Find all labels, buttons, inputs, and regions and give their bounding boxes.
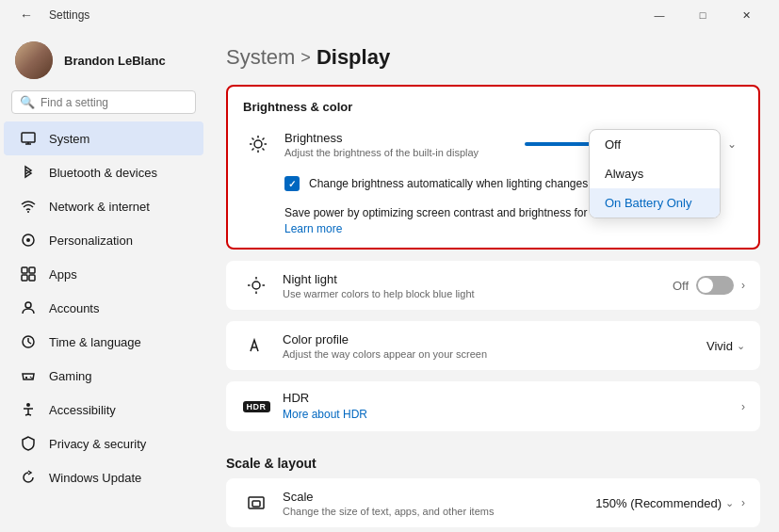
close-button[interactable]: ✕ bbox=[724, 0, 768, 30]
bluetooth-icon bbox=[19, 163, 38, 182]
brightness-chevron[interactable]: ⌄ bbox=[721, 133, 743, 155]
sidebar-item-system[interactable]: System bbox=[4, 121, 203, 155]
scale-value: 150% (Recommended) bbox=[595, 496, 722, 510]
night-light-row: Night light Use warmer colors to help bl… bbox=[226, 261, 760, 310]
search-input[interactable] bbox=[41, 96, 187, 109]
color-profile-select[interactable]: Vivid ⌄ bbox=[706, 339, 745, 353]
sidebar-item-gaming[interactable]: Gaming bbox=[4, 359, 203, 393]
time-icon bbox=[19, 332, 38, 351]
update-icon bbox=[19, 468, 38, 487]
sidebar-item-accessibility[interactable]: Accessibility bbox=[4, 393, 203, 427]
auto-brightness-label: Change brightness automatically when lig… bbox=[309, 177, 588, 190]
hdr-title: HDR bbox=[283, 391, 741, 405]
svg-point-10 bbox=[25, 302, 31, 308]
night-light-desc: Use warmer colors to help block blue lig… bbox=[283, 288, 673, 299]
hdr-arrow[interactable]: › bbox=[741, 400, 745, 413]
network-icon bbox=[19, 197, 38, 216]
svg-rect-7 bbox=[29, 267, 35, 273]
sidebar-item-network-label: Network & internet bbox=[49, 200, 150, 214]
scale-chevron: ⌄ bbox=[725, 497, 734, 509]
dropdown-option-always[interactable]: Always bbox=[590, 159, 720, 188]
page-title: Display bbox=[316, 45, 390, 70]
hdr-icon: HDR bbox=[241, 392, 271, 422]
sidebar-item-update[interactable]: Windows Update bbox=[4, 460, 203, 494]
color-profile-desc: Adjust the way colors appear on your scr… bbox=[283, 348, 706, 360]
svg-point-16 bbox=[30, 377, 32, 379]
hdr-card: HDR HDR More about HDR › bbox=[226, 381, 760, 431]
svg-point-18 bbox=[26, 403, 30, 407]
hdr-badge: HDR bbox=[243, 401, 270, 412]
brightness-row: Brightness Adjust the brightness of the … bbox=[228, 120, 758, 169]
svg-point-28 bbox=[252, 282, 260, 289]
breadcrumb-system: System bbox=[226, 45, 295, 70]
scale-card: Scale Change the size of text, apps, and… bbox=[226, 478, 760, 527]
user-profile: Brandon LeBlanc bbox=[0, 30, 207, 87]
night-light-title: Night light bbox=[283, 272, 673, 286]
night-light-arrow[interactable]: › bbox=[741, 279, 745, 292]
color-profile-row: Color profile Adjust the way colors appe… bbox=[226, 321, 760, 370]
brightness-color-card: Brightness & color bbox=[226, 85, 760, 250]
user-name: Brandon LeBlanc bbox=[64, 54, 166, 68]
color-profile-title: Color profile bbox=[283, 332, 706, 347]
night-light-status: Off bbox=[673, 279, 689, 293]
scale-layout-label: Scale & layout bbox=[226, 443, 760, 478]
svg-point-3 bbox=[27, 211, 29, 213]
svg-line-24 bbox=[252, 138, 254, 140]
hdr-link[interactable]: More about HDR bbox=[283, 408, 367, 421]
brightness-icon bbox=[243, 129, 273, 159]
auto-brightness-checkbox[interactable]: ✓ bbox=[284, 176, 300, 191]
search-icon: 🔍 bbox=[20, 95, 35, 109]
scale-arrow[interactable]: › bbox=[741, 496, 745, 509]
svg-point-17 bbox=[31, 378, 33, 379]
scale-select[interactable]: 150% (Recommended) ⌄ bbox=[595, 496, 734, 510]
sidebar-item-update-label: Windows Update bbox=[49, 471, 141, 485]
gaming-icon bbox=[19, 366, 38, 385]
main-content: System > Display Brightness & color bbox=[207, 30, 779, 532]
sidebar-item-apps-label: Apps bbox=[49, 267, 77, 282]
back-button[interactable]: ← bbox=[11, 0, 41, 30]
sidebar-item-bluetooth[interactable]: Bluetooth & devices bbox=[4, 155, 203, 189]
color-profile-chevron: ⌄ bbox=[737, 340, 745, 352]
learn-more-link[interactable]: Learn more bbox=[284, 222, 342, 235]
scale-row: Scale Change the size of text, apps, and… bbox=[226, 478, 760, 527]
brightness-dropdown: Off Always On Battery Only bbox=[589, 129, 721, 218]
system-icon bbox=[19, 129, 38, 148]
sidebar-item-personalization[interactable]: Personalization bbox=[4, 223, 203, 257]
hdr-row: HDR HDR More about HDR › bbox=[226, 381, 760, 431]
svg-rect-0 bbox=[22, 133, 35, 142]
sidebar-item-privacy[interactable]: Privacy & security bbox=[4, 427, 203, 460]
sidebar-item-time[interactable]: Time & language bbox=[4, 325, 203, 359]
avatar bbox=[15, 41, 53, 79]
sidebar-item-gaming-label: Gaming bbox=[49, 369, 92, 383]
night-light-icon bbox=[241, 270, 271, 300]
scale-desc: Change the size of text, apps, and other… bbox=[283, 506, 595, 517]
dropdown-option-off[interactable]: Off bbox=[590, 130, 720, 159]
accessibility-icon bbox=[19, 400, 38, 419]
titlebar: ← Settings — □ ✕ bbox=[0, 0, 779, 30]
color-profile-card: Color profile Adjust the way colors appe… bbox=[226, 321, 760, 370]
night-light-card: Night light Use warmer colors to help bl… bbox=[226, 261, 760, 310]
sidebar-item-privacy-label: Privacy & security bbox=[49, 437, 146, 451]
search-box[interactable]: 🔍 bbox=[11, 90, 196, 114]
night-light-toggle-thumb bbox=[698, 278, 713, 293]
sidebar-item-time-label: Time & language bbox=[49, 335, 141, 349]
checkbox-check-icon: ✓ bbox=[288, 179, 296, 189]
sidebar: Brandon LeBlanc 🔍 System Bluetoot bbox=[0, 30, 207, 532]
svg-line-27 bbox=[252, 149, 254, 151]
brightness-section-label: Brightness & color bbox=[228, 87, 758, 120]
page-header: System > Display bbox=[226, 45, 760, 70]
sidebar-item-network[interactable]: Network & internet bbox=[4, 189, 203, 223]
breadcrumb-arrow: > bbox=[300, 48, 311, 68]
svg-rect-6 bbox=[22, 267, 27, 273]
color-profile-value: Vivid bbox=[706, 339, 733, 353]
dropdown-option-battery[interactable]: On Battery Only bbox=[590, 188, 720, 218]
svg-rect-35 bbox=[252, 501, 260, 507]
night-light-toggle[interactable] bbox=[696, 276, 734, 295]
minimize-button[interactable]: — bbox=[638, 0, 681, 30]
svg-line-25 bbox=[263, 149, 265, 151]
sidebar-item-apps[interactable]: Apps bbox=[4, 257, 203, 291]
apps-icon bbox=[19, 265, 38, 283]
sidebar-item-accounts[interactable]: Accounts bbox=[4, 291, 203, 325]
brightness-title: Brightness bbox=[284, 131, 525, 145]
maximize-button[interactable]: □ bbox=[681, 0, 724, 30]
